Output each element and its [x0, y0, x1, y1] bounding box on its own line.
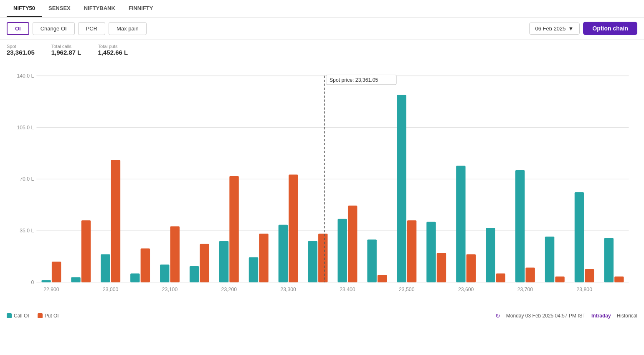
svg-rect-31	[289, 175, 298, 282]
chart-area: 035.0 L70.0 L105.0 L140.0 L22,90023,0002…	[0, 58, 644, 309]
svg-rect-54	[555, 277, 564, 282]
svg-text:Spot price: 23,361.05: Spot price: 23,361.05	[330, 77, 378, 83]
svg-rect-14	[81, 220, 91, 282]
svg-text:23,200: 23,200	[221, 287, 237, 292]
svg-text:23,600: 23,600	[458, 287, 474, 292]
svg-text:23,700: 23,700	[517, 287, 533, 292]
svg-rect-39	[378, 275, 387, 282]
nav-tab-finnifty[interactable]: FINNIFTY	[122, 0, 160, 17]
svg-rect-46	[467, 254, 476, 282]
toolbar-btn-change-oi[interactable]: Change OI	[33, 22, 75, 35]
spot-label: Spot	[7, 44, 35, 49]
put-oi-color	[38, 313, 43, 318]
svg-rect-19	[141, 248, 150, 282]
svg-rect-18	[130, 274, 139, 282]
toolbar: OIChange OIPCRMax pain 06 Feb 2025 ▼ Opt…	[0, 18, 644, 40]
svg-rect-56	[585, 269, 594, 282]
stats-bar: Spot 23,361.05 Total calls 1,962.87 L To…	[0, 40, 644, 58]
chevron-down-icon: ▼	[568, 25, 574, 32]
svg-rect-53	[545, 237, 554, 282]
svg-rect-10	[41, 280, 51, 282]
svg-text:23,300: 23,300	[280, 287, 296, 292]
intraday-button[interactable]: Intraday	[591, 313, 611, 319]
svg-text:23,000: 23,000	[103, 287, 119, 292]
puts-value: 1,452.66 L	[98, 49, 128, 56]
nav-tab-sensex[interactable]: SENSEX	[42, 0, 77, 17]
timestamp: Monday 03 Feb 2025 04:57 PM IST	[506, 313, 586, 319]
option-chain-button[interactable]: Option chain	[583, 22, 637, 35]
svg-text:23,100: 23,100	[162, 287, 178, 292]
footer-right: ↻ Monday 03 Feb 2025 04:57 PM IST Intrad…	[495, 312, 637, 319]
spot-value: 23,361.05	[7, 49, 35, 56]
svg-text:22,900: 22,900	[43, 287, 59, 292]
svg-rect-13	[71, 277, 80, 282]
svg-rect-26	[229, 176, 238, 282]
svg-rect-24	[200, 244, 209, 282]
svg-text:0: 0	[31, 279, 34, 285]
svg-text:35.0 L: 35.0 L	[20, 228, 34, 234]
call-oi-label: Call OI	[14, 313, 29, 319]
svg-rect-55	[575, 192, 584, 282]
svg-rect-16	[111, 160, 120, 282]
svg-text:70.0 L: 70.0 L	[20, 176, 34, 182]
svg-rect-30	[279, 225, 288, 282]
toolbar-btn-pcr[interactable]: PCR	[78, 22, 105, 35]
call-oi-legend: Call OI	[7, 313, 29, 319]
svg-rect-45	[456, 166, 465, 282]
svg-text:23,400: 23,400	[340, 287, 355, 292]
svg-text:140.0 L: 140.0 L	[17, 73, 34, 79]
svg-rect-36	[348, 206, 357, 282]
svg-rect-25	[219, 241, 228, 282]
svg-rect-58	[604, 238, 614, 282]
svg-text:23,500: 23,500	[399, 287, 415, 292]
svg-text:23,800: 23,800	[577, 287, 593, 292]
call-oi-color	[7, 313, 12, 318]
svg-rect-41	[407, 220, 416, 282]
date-value: 06 Feb 2025	[535, 25, 566, 32]
svg-rect-44	[437, 253, 446, 282]
svg-text:105.0 L: 105.0 L	[17, 124, 34, 130]
svg-rect-48	[486, 228, 495, 282]
svg-rect-51	[525, 267, 535, 282]
calls-label: Total calls	[51, 44, 81, 49]
svg-rect-20	[160, 264, 169, 282]
svg-rect-21	[170, 226, 180, 282]
svg-rect-50	[515, 170, 525, 282]
svg-rect-33	[308, 241, 317, 282]
puts-label: Total puts	[98, 44, 128, 49]
svg-rect-11	[52, 262, 61, 282]
put-oi-label: Put OI	[45, 313, 59, 319]
svg-rect-15	[101, 254, 110, 282]
toolbar-btn-max-pain[interactable]: Max pain	[109, 22, 147, 35]
legend: Call OI Put OI	[7, 313, 59, 319]
chart-footer: Call OI Put OI ↻ Monday 03 Feb 2025 04:5…	[0, 309, 644, 322]
top-nav: NIFTY50SENSEXNIFTYBANKFINNIFTY	[0, 0, 644, 18]
historical-button[interactable]: Historical	[617, 313, 637, 319]
put-oi-legend: Put OI	[38, 313, 59, 319]
nav-tab-nifty50[interactable]: NIFTY50	[7, 0, 42, 17]
refresh-icon[interactable]: ↻	[495, 312, 500, 319]
nav-tab-niftybank[interactable]: NIFTYBANK	[77, 0, 122, 17]
svg-rect-35	[337, 219, 347, 282]
date-selector[interactable]: 06 Feb 2025 ▼	[529, 23, 580, 35]
calls-value: 1,962.87 L	[51, 49, 81, 56]
svg-rect-23	[190, 266, 199, 282]
svg-rect-49	[496, 274, 505, 282]
toolbar-btn-oi[interactable]: OI	[7, 22, 29, 35]
svg-rect-43	[426, 222, 436, 282]
svg-rect-59	[614, 277, 624, 282]
svg-rect-34	[318, 234, 327, 282]
svg-rect-38	[367, 239, 376, 282]
svg-rect-28	[249, 257, 258, 282]
svg-rect-29	[259, 234, 268, 282]
svg-rect-40	[397, 95, 406, 282]
